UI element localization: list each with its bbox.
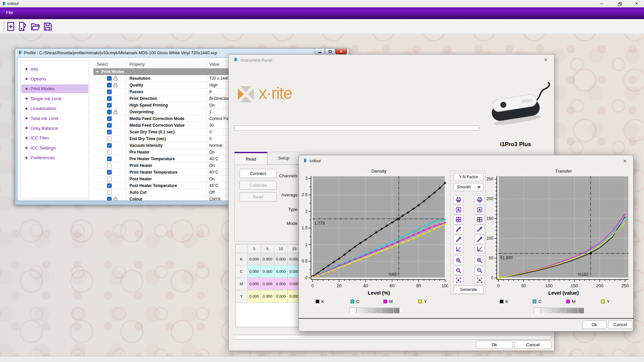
- row-checkbox[interactable]: [107, 150, 112, 155]
- row-checkbox[interactable]: ✓: [107, 116, 112, 121]
- row-checkbox[interactable]: ✓: [107, 143, 112, 148]
- tab-setup[interactable]: Setup: [267, 152, 300, 165]
- table-cell[interactable]: 0.000: [248, 253, 261, 265]
- row-checkbox[interactable]: [107, 136, 112, 141]
- legend-label: M: [572, 299, 576, 304]
- collapse-chevron-icon[interactable]: [96, 71, 99, 73]
- bullet-icon: [25, 68, 28, 70]
- instrument-panel-close-button[interactable]: ×: [542, 57, 549, 63]
- row-checkbox[interactable]: ✓: [107, 130, 112, 134]
- bullet-icon: [25, 98, 28, 100]
- row-checkbox[interactable]: [107, 163, 112, 168]
- sidebar-item-options[interactable]: Options: [21, 74, 88, 83]
- table-cell[interactable]: 0.000: [261, 253, 274, 265]
- sidebar-item-info[interactable]: Info: [21, 65, 88, 73]
- row-checkbox[interactable]: −: [107, 76, 112, 81]
- minimize-button[interactable]: [594, 0, 609, 7]
- export-pdf-button[interactable]: [453, 205, 464, 215]
- sidebar-item-linearisation[interactable]: Linearisation: [21, 104, 88, 113]
- menu-file[interactable]: File: [4, 10, 15, 15]
- sidebar-item-single-ink-limit[interactable]: Single Ink Limit: [21, 94, 88, 103]
- sidebar-item-icc-settings[interactable]: ICC Settings: [21, 143, 88, 152]
- generate-button[interactable]: Generate: [454, 286, 483, 294]
- tab-read[interactable]: Read: [234, 152, 267, 165]
- table-cell[interactable]: 0.000: [274, 278, 288, 290]
- row-checkbox[interactable]: −: [107, 83, 112, 87]
- yn-factor-button[interactable]: Y-N Factor: [454, 173, 483, 181]
- panel-cancel-button[interactable]: Cancel: [515, 341, 551, 349]
- calibrate-button[interactable]: Calibrate: [239, 181, 277, 190]
- colour-dialog-close-button[interactable]: ×: [621, 158, 629, 165]
- open-folder-button[interactable]: [30, 21, 41, 32]
- sidebar-item-grey-balance[interactable]: Grey Balance: [21, 124, 88, 132]
- row-checkbox[interactable]: ✓: [107, 96, 112, 101]
- new-document-button[interactable]: [5, 21, 16, 32]
- grid-view-button[interactable]: [453, 215, 464, 224]
- zoom-out-button[interactable]: [475, 266, 485, 275]
- swatch-book-button[interactable]: [17, 21, 28, 32]
- corner-cell: [235, 244, 248, 253]
- dialog-cancel-button[interactable]: Cancel: [608, 320, 632, 329]
- density-gray-slider[interactable]: [349, 307, 400, 314]
- smoothing-dropdown[interactable]: Smooth: [454, 183, 483, 191]
- svg-text:60: 60: [390, 283, 394, 288]
- export-pdf-button[interactable]: [475, 205, 485, 215]
- zoom-out-icon: [455, 267, 462, 274]
- profile-minimize-button[interactable]: [315, 49, 325, 54]
- edit-curve-button[interactable]: [453, 244, 464, 254]
- table-cell[interactable]: 0.000: [274, 290, 288, 303]
- row-checkbox[interactable]: ✓: [107, 123, 112, 128]
- row-checkbox[interactable]: −: [107, 197, 112, 201]
- table-cell[interactable]: 0.000: [248, 290, 261, 303]
- restore-button[interactable]: [612, 0, 627, 7]
- zoom-in-button[interactable]: [475, 256, 485, 265]
- row-checkbox[interactable]: ✓: [107, 183, 112, 188]
- table-cell[interactable]: 0.000: [261, 278, 274, 290]
- transfer-chart[interactable]: 050100150200250050100150200250TransferLe…: [486, 168, 634, 302]
- table-cell[interactable]: 0.000: [261, 265, 274, 278]
- row-checkbox[interactable]: ✓: [107, 103, 112, 108]
- table-cell[interactable]: 0.000: [274, 265, 288, 278]
- table-cell[interactable]: 0.000: [248, 278, 261, 290]
- profile-close-button[interactable]: ×: [335, 49, 347, 54]
- zoom-fit-icon: [476, 277, 483, 284]
- edit-curve-button[interactable]: [475, 244, 485, 254]
- svg-text:100: 100: [486, 236, 493, 241]
- toolbar-grip[interactable]: [3, 21, 4, 32]
- row-checkbox[interactable]: ✓: [107, 89, 112, 94]
- print-button[interactable]: [453, 195, 464, 204]
- zoom-fit-button[interactable]: [475, 276, 485, 285]
- row-checkbox[interactable]: −: [107, 110, 112, 114]
- eyedropper-button[interactable]: [453, 235, 464, 244]
- eyedropper-button[interactable]: [475, 235, 485, 244]
- sidebar-item-icc-files[interactable]: ICC Files: [21, 134, 88, 142]
- density-chart[interactable]: 00.511.522.53020406080100DensityLevel (%…: [301, 168, 448, 302]
- zoom-in-button[interactable]: [453, 256, 464, 265]
- sidebar-item-total-ink-limit[interactable]: Total Ink Limit: [21, 114, 88, 123]
- close-button[interactable]: ×: [629, 0, 644, 7]
- table-cell[interactable]: 0.000: [261, 290, 274, 303]
- transfer-gray-slider[interactable]: [534, 307, 585, 314]
- zoom-fit-button[interactable]: [453, 276, 464, 285]
- sidebar-item-preferences[interactable]: Preferences: [21, 154, 88, 162]
- row-checkbox[interactable]: [107, 190, 112, 195]
- row-checkbox[interactable]: [107, 177, 112, 181]
- sidebar-item-print-modes[interactable]: Print Modes: [21, 84, 88, 93]
- dialog-ok-button[interactable]: Ok: [582, 320, 606, 329]
- row-checkbox[interactable]: ✓: [107, 170, 112, 175]
- eyedropper-button[interactable]: [475, 225, 485, 234]
- svg-text:3: 3: [305, 176, 308, 181]
- property-value: 40°C: [209, 170, 218, 175]
- panel-ok-button[interactable]: Ok: [476, 341, 513, 349]
- zoom-out-button[interactable]: [453, 266, 464, 275]
- eyedropper-button[interactable]: [453, 225, 464, 234]
- print-icon: [476, 196, 483, 203]
- print-button[interactable]: [475, 195, 485, 204]
- table-cell[interactable]: 0.000: [248, 265, 261, 278]
- table-cell[interactable]: 0.000: [274, 253, 288, 265]
- row-checkbox[interactable]: ✓: [107, 157, 112, 161]
- save-button[interactable]: [42, 21, 53, 32]
- profile-maximize-button[interactable]: [325, 49, 335, 54]
- property-name: Resolution: [129, 76, 150, 81]
- grid-view-button[interactable]: [475, 215, 485, 224]
